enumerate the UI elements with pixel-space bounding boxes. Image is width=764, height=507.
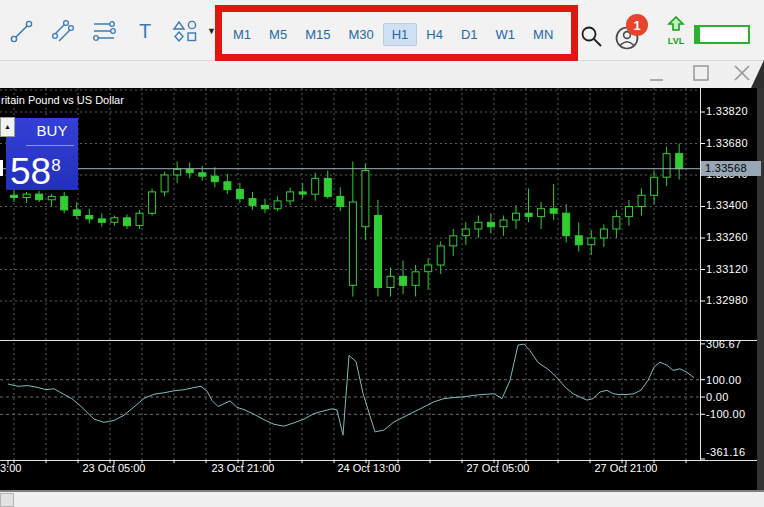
- time-axis-label: 27 Oct 21:00: [595, 462, 658, 474]
- time-axis-label: 3:00: [0, 462, 21, 474]
- level-label: LVL: [662, 36, 690, 46]
- time-axis-label: 23 Oct 21:00: [212, 462, 275, 474]
- indicator-axis-tick: 0.00: [706, 391, 729, 403]
- timeframe-m15[interactable]: M15: [296, 23, 339, 46]
- timeframe-h4[interactable]: H4: [417, 23, 452, 46]
- indicator-axis-tick: -361.16: [706, 446, 745, 458]
- level-progress-fill: [696, 27, 700, 42]
- text-icon[interactable]: T: [131, 17, 159, 45]
- text-tool-glyph: T: [139, 20, 151, 43]
- price-axis-tick: 1.33680: [706, 137, 748, 149]
- price-axis-tick: 1.32980: [706, 294, 748, 306]
- price-axis-tick: 1.33120: [706, 263, 748, 275]
- minimize-button[interactable]: [646, 61, 668, 87]
- resize-grip[interactable]: [0, 493, 14, 507]
- timeframe-m30[interactable]: M30: [339, 23, 382, 46]
- chart-window-titlebar: [0, 61, 764, 88]
- toolbar: T ▼ M1M5M15M30H1H4D1W1MN: [0, 0, 764, 61]
- corner-decoration: [751, 60, 764, 88]
- trendline-icon[interactable]: [8, 17, 36, 45]
- indicator-axis-tick: 306.67: [706, 338, 741, 350]
- price-axis-tick: 1.33260: [706, 231, 748, 243]
- collapse-panel-button[interactable]: ▲: [0, 117, 15, 137]
- time-axis-label: 27 Oct 05:00: [467, 462, 530, 474]
- clipped-digit-fragment: [0, 160, 3, 176]
- one-click-buy-panel[interactable]: BUY 588: [6, 118, 78, 190]
- time-axis-label: 23 Oct 05:00: [83, 462, 146, 474]
- search-icon[interactable]: [578, 24, 604, 50]
- shapes-icon[interactable]: [172, 17, 200, 45]
- maximize-button[interactable]: [690, 61, 712, 87]
- price-axis-tick: 1.33400: [706, 199, 748, 211]
- trading-terminal-window: T ▼ M1M5M15M30H1H4D1W1MN: [0, 0, 764, 507]
- level-progress-bar[interactable]: [694, 25, 750, 44]
- timeframe-d1[interactable]: D1: [452, 23, 487, 46]
- indicator-axis-tick: 100.00: [706, 374, 741, 386]
- close-button[interactable]: [731, 61, 753, 87]
- timeframe-m5[interactable]: M5: [260, 23, 296, 46]
- chart-area[interactable]: ritain Pound vs US Dollar BUY 588 ▲ 1.33…: [0, 88, 764, 490]
- buy-price: 588: [10, 144, 61, 194]
- time-axis-label: 24 Oct 13:00: [338, 462, 401, 474]
- timeframe-h1[interactable]: H1: [383, 23, 418, 46]
- level-button[interactable]: LVL: [662, 16, 690, 52]
- buy-price-pip: 8: [51, 156, 60, 175]
- channel-icon[interactable]: [49, 17, 77, 45]
- buy-button-label: BUY: [28, 122, 76, 139]
- timeframe-switcher: M1M5M15M30H1H4D1W1MN: [224, 23, 562, 46]
- horizontal-levels-icon[interactable]: [90, 17, 118, 45]
- level-up-arrow-icon: [667, 16, 685, 32]
- line-studies-toolbar: T ▼: [8, 17, 216, 45]
- notification-count: 1: [633, 18, 640, 33]
- chart-canvas: [0, 88, 757, 490]
- timeframe-m1[interactable]: M1: [224, 23, 260, 46]
- timeframe-mn[interactable]: MN: [524, 23, 562, 46]
- bottom-status-strip: [0, 490, 764, 507]
- indicator-axis-tick: -100.00: [706, 408, 745, 420]
- price-axis-tick: 1.33820: [706, 105, 748, 117]
- current-price-tag: 1.33568: [701, 161, 761, 176]
- shapes-dropdown-caret-icon[interactable]: ▼: [207, 26, 216, 36]
- timeframe-w1[interactable]: W1: [487, 23, 525, 46]
- buy-price-big: 58: [10, 151, 51, 192]
- chart-symbol-title: ritain Pound vs US Dollar: [1, 94, 124, 106]
- chart-right-edge: [757, 88, 764, 490]
- notification-badge[interactable]: 1: [626, 14, 648, 36]
